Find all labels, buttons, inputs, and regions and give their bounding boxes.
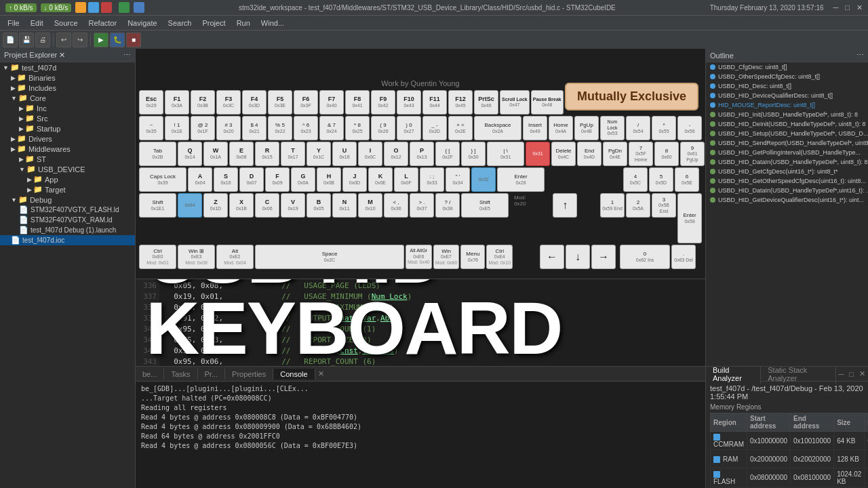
key-rctrl[interactable]: Ctrl0xE4Mod: 0x10	[486, 245, 513, 269]
key-0x31-red[interactable]: 0x31	[526, 142, 550, 166]
key-z[interactable]: Z0x1D	[203, 193, 228, 218]
key-rwin[interactable]: Win0xE7Mod: 0x80	[433, 245, 460, 269]
key-w[interactable]: W0x1A	[203, 142, 228, 166]
key-8[interactable]: * 80x25	[345, 116, 370, 140]
key-f4[interactable]: F40x3D	[242, 90, 267, 115]
key-home[interactable]: Home0x4A	[549, 116, 573, 140]
key-h[interactable]: H0x0B	[317, 167, 341, 192]
print-button[interactable]: 🖨	[35, 33, 50, 47]
terminal-tab-properties[interactable]: Properties	[225, 369, 273, 380]
run-button[interactable]: ▶	[94, 33, 108, 47]
key-ralt[interactable]: Alt AltGr0xE6Mod: 0x40	[406, 245, 432, 269]
key-prtsc[interactable]: PrtSc0x46	[474, 90, 498, 115]
key-num2[interactable]: 20x5A	[626, 193, 650, 218]
project-explorer-controls[interactable]: ⋯	[123, 51, 131, 60]
key-minus[interactable]: _ -0x2D	[422, 116, 447, 140]
key-lbracket[interactable]: { [0x2F	[435, 142, 460, 166]
key-7[interactable]: & 70x24	[319, 116, 344, 140]
key-up[interactable]: ↑	[553, 193, 577, 218]
key-lalt[interactable]: Alt0xE2Mod: 0x04	[216, 245, 254, 269]
key-period[interactable]: > .0x37	[410, 193, 434, 218]
menu-refactor[interactable]: Refactor	[84, 18, 122, 28]
key-f2[interactable]: F20x3B	[191, 90, 215, 115]
build-tab-stack[interactable]: Static Stack Analyzer	[761, 366, 835, 384]
key-backspace[interactable]: Backspace0x2A	[474, 116, 521, 140]
key-f12[interactable]: F120x45	[448, 90, 473, 115]
key-caps[interactable]: Caps Lock0x39	[139, 167, 186, 192]
key-num0[interactable]: 00x62 Ins	[620, 245, 670, 269]
key-comma[interactable]: < ,0x36	[384, 193, 408, 218]
code-editor[interactable]: 336337338339340 341342343344345 34634734…	[136, 279, 705, 366]
key-4[interactable]: $ 40x21	[242, 116, 267, 140]
key-delete[interactable]: Delete0x4C	[551, 142, 576, 166]
key-s[interactable]: S0x16	[214, 167, 238, 192]
key-b[interactable]: B0x05	[307, 193, 331, 218]
menu-project[interactable]: Project	[197, 18, 230, 28]
key-2[interactable]: @ 20x1F	[191, 116, 215, 140]
close-button[interactable]: ✕	[856, 3, 863, 12]
undo-button[interactable]: ↩	[56, 33, 71, 47]
tree-item-target[interactable]: ▶ 📁 Target	[0, 184, 135, 195]
build-close[interactable]: ✕	[856, 369, 868, 378]
key-num8[interactable]: 80x60	[654, 142, 679, 166]
outline-item-datain2[interactable]: USBD_HID_DataIn(USBD_HandleTypeDef*,uint…	[706, 186, 868, 195]
key-insert[interactable]: Insert0x49	[523, 116, 547, 140]
key-n[interactable]: N0x11	[332, 193, 357, 218]
debug-button[interactable]: 🐛	[110, 33, 125, 47]
outline-item-qualifier[interactable]: USBD_HID_DeviceQualifierDesc: uint8_t[]	[706, 91, 868, 100]
build-maximize[interactable]: □	[846, 370, 856, 378]
key-slash[interactable]: ? /0x38	[435, 193, 460, 218]
key-pgup[interactable]: PgUp0x4B	[574, 116, 599, 140]
key-num4[interactable]: 40x5C	[623, 167, 648, 192]
key-pgdn[interactable]: PgDn0x4E	[603, 142, 627, 166]
key-5[interactable]: % 50x22	[268, 116, 292, 140]
key-num1[interactable]: 10x59 End	[600, 193, 625, 218]
key-left[interactable]: ←	[540, 245, 564, 269]
key-space[interactable]: Space0x2C	[255, 245, 404, 269]
key-v[interactable]: V0x19	[281, 193, 305, 218]
tree-item-ram[interactable]: 📄 STM32F407VGTX_RAM.ld	[0, 215, 135, 225]
key-f9[interactable]: F90x42	[371, 90, 395, 115]
key-0x64-blue[interactable]: 0x64	[178, 193, 202, 218]
key-down[interactable]: ↓	[566, 245, 590, 269]
key-scroll[interactable]: Scroll Lock0x47	[500, 90, 530, 115]
key-f[interactable]: F0x09	[265, 167, 290, 192]
outline-item-getdevqual[interactable]: USBD_HID_GetDeviceQualifierDesc(uint16_t…	[706, 195, 868, 205]
key-rbracket[interactable]: } ]0x30	[461, 142, 486, 166]
key-numdel[interactable]: .0x63 Del	[671, 245, 696, 269]
key-0x32-blue[interactable]: 0x32	[471, 167, 496, 192]
tree-item-startup[interactable]: ▶ 📁 Startup	[0, 123, 135, 134]
key-semicolon[interactable]: : ;0x33	[420, 167, 444, 192]
outline-item-otherspeed[interactable]: USBD_OtherSpeedCfgDesc: uint8_t[]	[706, 72, 868, 81]
key-f7[interactable]: F70x40	[319, 90, 344, 115]
key-pause[interactable]: Pause Break0x48	[531, 90, 564, 115]
terminal-close[interactable]: ✕	[318, 369, 324, 378]
terminal-tab-pr[interactable]: Pr...	[198, 369, 226, 380]
build-tab-analyzer[interactable]: Build Analyzer	[706, 366, 761, 384]
key-i[interactable]: I0x0C	[358, 142, 382, 166]
tree-item-binaries[interactable]: ▶ 📁 Binaries	[0, 73, 135, 83]
outline-item-deinit[interactable]: USBD_HID_DeInit(USBD_HandleTypeDef*, uin…	[706, 119, 868, 129]
new-button[interactable]: 📄	[3, 33, 18, 47]
key-6[interactable]: ^ 60x23	[294, 116, 318, 140]
tree-item-core[interactable]: ▼ 📁 Core	[0, 93, 135, 103]
terminal-tab-console[interactable]: Console	[273, 369, 315, 380]
key-rshift[interactable]: Shift0xE5	[461, 193, 509, 218]
key-tab[interactable]: Tab0x2B	[139, 142, 176, 166]
key-num7[interactable]: 70x5F Home	[629, 142, 653, 166]
key-l[interactable]: L0x0F	[394, 167, 418, 192]
key-num5[interactable]: 50x5D	[649, 167, 673, 192]
key-lctrl[interactable]: Ctrl0xE0Mod: 0x01	[139, 245, 176, 269]
redo-button[interactable]: ↪	[73, 33, 87, 47]
key-lwin[interactable]: Win ⊞0xE3Mod: 0x08	[178, 245, 215, 269]
key-enter[interactable]: Enter0x28	[497, 167, 545, 192]
key-g[interactable]: G0x0A	[291, 167, 315, 192]
key-3[interactable]: # 30x20	[216, 116, 241, 140]
key-f8[interactable]: F80x41	[345, 90, 370, 115]
key-t[interactable]: T0x17	[281, 142, 305, 166]
menu-search[interactable]: Search	[163, 18, 197, 28]
key-esc[interactable]: Esc0x29	[139, 90, 163, 115]
stop-button[interactable]: ■	[126, 33, 141, 47]
outline-item-sendreport[interactable]: USBD_HID_SendReport(USBD_HandleTypeDef*,…	[706, 138, 868, 148]
key-backslash[interactable]: | \0x31	[487, 142, 524, 166]
